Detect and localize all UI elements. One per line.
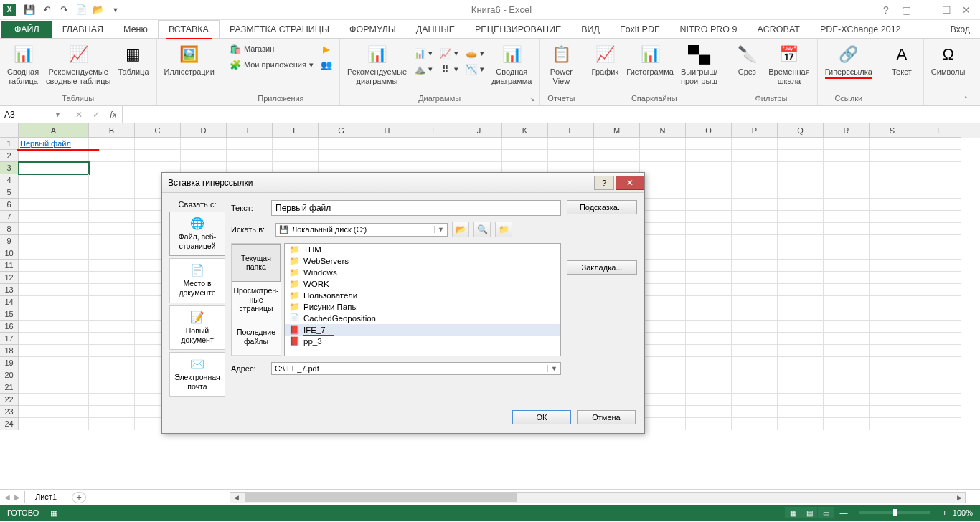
cell-A23[interactable] <box>19 406 89 418</box>
cell-Q24[interactable] <box>778 418 824 430</box>
row-header-11[interactable]: 11 <box>0 260 19 272</box>
normal-view-icon[interactable]: ▦ <box>785 507 801 518</box>
cell-P16[interactable] <box>732 321 778 333</box>
tab-acrobat[interactable]: ACROBAT <box>747 21 810 38</box>
cell-S6[interactable] <box>870 199 915 211</box>
cell-B19[interactable] <box>89 357 135 369</box>
cell-O23[interactable] <box>686 406 732 418</box>
cell-T22[interactable] <box>915 394 961 406</box>
cell-Q22[interactable] <box>778 394 824 406</box>
cell-D2[interactable] <box>181 150 227 162</box>
cell-R18[interactable] <box>824 345 870 357</box>
tip-button[interactable]: Подсказка... <box>567 200 637 214</box>
cell-B1[interactable] <box>89 138 135 150</box>
new-icon[interactable]: 📄 <box>73 2 89 18</box>
cell-O6[interactable] <box>686 199 732 211</box>
cell-O2[interactable] <box>686 150 732 162</box>
cell-N20[interactable] <box>640 369 686 381</box>
cell-S15[interactable] <box>870 308 915 321</box>
cell-S4[interactable] <box>870 174 915 186</box>
save-icon[interactable]: 💾 <box>22 2 37 18</box>
cell-P15[interactable] <box>732 308 778 321</box>
cell-S1[interactable] <box>870 138 915 150</box>
row-header-4[interactable]: 4 <box>0 174 19 186</box>
col-header-M[interactable]: M <box>594 123 640 138</box>
cell-D1[interactable] <box>181 138 227 150</box>
col-header-Q[interactable]: Q <box>778 123 824 138</box>
cell-O20[interactable] <box>686 369 732 381</box>
cell-B15[interactable] <box>89 308 135 321</box>
cell-R3[interactable] <box>824 162 870 174</box>
col-header-I[interactable]: I <box>410 123 456 138</box>
cell-N21[interactable] <box>640 381 686 394</box>
cell-P13[interactable] <box>732 284 778 296</box>
sparkline-winloss-button[interactable]: ▀▄Выигрыш/проигрыш <box>678 42 720 87</box>
cell-S13[interactable] <box>870 284 915 296</box>
cell-T17[interactable] <box>915 333 961 345</box>
cell-S12[interactable] <box>870 272 915 284</box>
cell-N4[interactable] <box>640 174 686 186</box>
formula-input[interactable] <box>123 109 980 120</box>
address-combo[interactable]: C:\IFE_7.pdf ▼ <box>271 362 561 375</box>
cell-O18[interactable] <box>686 345 732 357</box>
chart-scatter-icon[interactable]: ⠿▾ <box>437 62 461 76</box>
cell-A20[interactable] <box>19 369 89 381</box>
cell-R10[interactable] <box>824 247 870 260</box>
cell-N14[interactable] <box>640 296 686 308</box>
cell-A16[interactable] <box>19 321 89 333</box>
tab-menu[interactable]: Меню <box>113 21 158 38</box>
cell-Q3[interactable] <box>778 162 824 174</box>
cell-P6[interactable] <box>732 199 778 211</box>
page-break-icon[interactable]: ▭ <box>818 507 834 518</box>
cell-A11[interactable] <box>19 260 89 272</box>
cell-B18[interactable] <box>89 345 135 357</box>
cell-R22[interactable] <box>824 394 870 406</box>
tab-pdfx[interactable]: PDF-XChange 2012 <box>810 21 911 38</box>
file-item-5[interactable]: 📁Рисунки Папы <box>285 301 560 313</box>
namebox-dropdown-icon[interactable]: ▼ <box>55 111 61 118</box>
cell-C2[interactable] <box>135 150 181 162</box>
cell-T24[interactable] <box>915 418 961 430</box>
cell-M2[interactable] <box>594 150 640 162</box>
close-icon[interactable]: ✕ <box>957 3 976 17</box>
cell-Q17[interactable] <box>778 333 824 345</box>
tab-nitro[interactable]: NITRO PRO 9 <box>670 21 748 38</box>
undo-icon[interactable]: ↶ <box>39 2 55 18</box>
qat-dropdown-icon[interactable]: ▼ <box>108 2 123 18</box>
col-header-T[interactable]: T <box>915 123 961 138</box>
up-folder-icon[interactable]: 📂 <box>452 222 469 237</box>
cell-C1[interactable] <box>135 138 181 150</box>
cell-P17[interactable] <box>732 333 778 345</box>
cell-O9[interactable] <box>686 235 732 247</box>
sheet-tab[interactable]: Лист1 <box>24 491 67 503</box>
col-header-J[interactable]: J <box>456 123 502 138</box>
cell-O15[interactable] <box>686 308 732 321</box>
charts-launcher-icon[interactable]: ↘ <box>527 94 537 104</box>
cell-A1[interactable]: Первый файл <box>19 138 89 150</box>
cell-Q2[interactable] <box>778 150 824 162</box>
cell-A2[interactable] <box>19 150 89 162</box>
file-item-8[interactable]: 📕pp_3 <box>285 336 560 347</box>
cell-T8[interactable] <box>915 223 961 235</box>
col-header-F[interactable]: F <box>273 123 319 138</box>
browse-tab-2[interactable]: Последниефайлы <box>232 318 281 356</box>
cell-T21[interactable] <box>915 381 961 394</box>
cell-O21[interactable] <box>686 381 732 394</box>
cell-F2[interactable] <box>273 150 319 162</box>
cell-Q14[interactable] <box>778 296 824 308</box>
col-header-R[interactable]: R <box>824 123 870 138</box>
tab-layout[interactable]: РАЗМЕТКА СТРАНИЦЫ <box>220 21 339 38</box>
row-header-14[interactable]: 14 <box>0 296 19 308</box>
display-text-input[interactable] <box>271 200 561 216</box>
scroll-left-icon[interactable]: ◀ <box>230 493 242 503</box>
cell-A24[interactable] <box>19 418 89 430</box>
cell-P5[interactable] <box>732 186 778 199</box>
myapps-button[interactable]: 🧩Мои приложения ▾ <box>227 57 316 72</box>
cell-S19[interactable] <box>870 357 915 369</box>
cell-S23[interactable] <box>870 406 915 418</box>
cell-J2[interactable] <box>456 150 502 162</box>
store-button[interactable]: 🛍️Магазин <box>227 42 316 56</box>
cell-T9[interactable] <box>915 235 961 247</box>
row-header-10[interactable]: 10 <box>0 247 19 260</box>
file-item-0[interactable]: 📁THM <box>285 244 560 255</box>
